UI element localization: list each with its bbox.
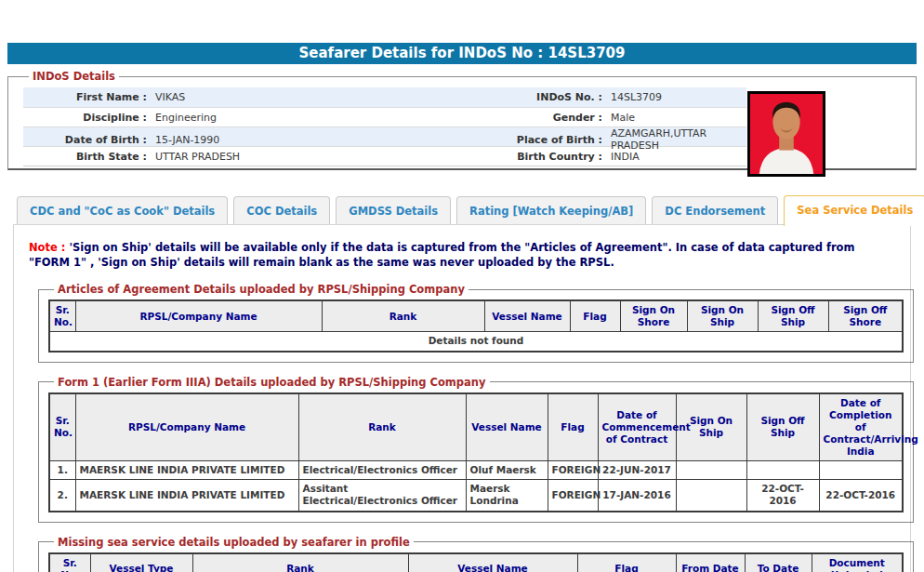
first-name-value: VIKAS: [153, 91, 432, 103]
missing-sea-service-legend: Missing sea service details uploaded by …: [54, 536, 414, 549]
column-header: Rank: [192, 553, 408, 572]
column-header: Sign On Shore: [620, 300, 687, 332]
cell-commencement-date: 17-JAN-2016: [598, 480, 676, 512]
indos-no-label: INDoS No. :: [432, 91, 609, 103]
page-title: Seafarer Details for INDoS No : 14SL3709: [7, 43, 917, 64]
column-header: Sign Off Ship: [758, 300, 828, 332]
table-header-row: Sr. No. RPSL/Company Name Rank Vessel Na…: [49, 300, 903, 332]
column-header: RPSL/Company Name: [75, 393, 298, 461]
birth-country-label: Birth Country :: [432, 151, 609, 163]
column-header: Rank: [322, 300, 484, 332]
indos-row: First Name : VIKAS INDoS No. : 14SL3709: [23, 87, 746, 107]
seafarer-photo-image: [750, 94, 823, 174]
form1-details-legend: Form 1 (Earlier Form IIIA) Details uploa…: [54, 376, 490, 389]
place-of-birth-label: Place of Birth :: [432, 134, 609, 146]
cell-sr-no: 1.: [49, 461, 75, 480]
missing-sea-service-section: Missing sea service details uploaded by …: [38, 536, 914, 572]
column-header: Vessel Name: [466, 393, 548, 461]
cell-sr-no: 2.: [49, 480, 75, 512]
tab-gmdss-details[interactable]: GMDSS Details: [336, 196, 451, 224]
cell-sign-off-ship: [746, 461, 819, 480]
column-header: Flag: [577, 553, 676, 572]
cell-sign-on-ship: [676, 480, 746, 512]
form1-details-section: Form 1 (Earlier Form IIIA) Details uploa…: [38, 376, 914, 523]
tab-sea-service-details[interactable]: Sea Service Details: [784, 195, 924, 226]
note-prefix: Note :: [29, 241, 65, 254]
birth-state-value: UTTAR PRADESH: [153, 151, 432, 163]
tab-dc-endorsement[interactable]: DC Endorsement: [652, 196, 778, 224]
indos-row: Date of Birth : 15-JAN-1990 Place of Bir…: [23, 126, 746, 146]
column-header: Sign On Ship: [687, 300, 758, 332]
column-header: Sr. No.: [49, 393, 75, 461]
column-header: Sr. No.: [49, 553, 90, 572]
seafarer-photo: [747, 91, 825, 177]
indos-no-value: 14SL3709: [609, 91, 746, 103]
cell-company: MAERSK LINE INDIA PRIVATE LIMITED: [75, 480, 298, 512]
gender-label: Gender :: [432, 112, 609, 124]
column-header: Sign Off Shore: [828, 300, 903, 332]
column-header: Sr. No.: [49, 300, 75, 332]
details-not-found-message: Details not found: [49, 332, 903, 352]
note-body: 'Sign on Ship' details will be available…: [29, 241, 854, 269]
tab-rating-watch-keeping[interactable]: Rating [Watch Keeping/AB]: [456, 196, 646, 224]
column-header: From Date: [676, 553, 745, 572]
column-header: Vessel Type: [90, 553, 192, 572]
cell-rank: Electrical/Electronics Officer: [298, 461, 466, 480]
articles-of-agreement-section: Articles of Agreement Details uploaded b…: [38, 283, 914, 362]
tab-bar: CDC and "CoC as Cook" Details COC Detail…: [13, 195, 911, 224]
birth-country-value: INDIA: [609, 151, 746, 163]
column-header: To Date: [745, 553, 812, 572]
table-row: 1. MAERSK LINE INDIA PRIVATE LIMITED Ele…: [49, 461, 903, 480]
birth-state-label: Birth State :: [23, 151, 153, 163]
column-header: Flag: [570, 300, 620, 332]
cell-sign-on-ship: [676, 461, 746, 480]
date-of-birth-label: Date of Birth :: [23, 134, 153, 146]
first-name-label: First Name :: [23, 91, 153, 103]
cell-company: MAERSK LINE INDIA PRIVATE LIMITED: [75, 461, 298, 480]
column-header: RPSL/Company Name: [75, 300, 322, 332]
discipline-value: Engineering: [153, 112, 432, 124]
column-header: Vessel Name: [484, 300, 570, 332]
cell-completion-date: 22-OCT-2016: [819, 480, 903, 512]
column-header: Flag: [548, 393, 598, 461]
gender-value: Male: [609, 112, 746, 124]
discipline-label: Discipline :: [23, 112, 153, 124]
column-header: Sign Off Ship: [746, 393, 819, 461]
cell-commencement-date: 22-JUN-2017: [598, 461, 676, 480]
indos-details-grid: First Name : VIKAS INDoS No. : 14SL3709 …: [23, 87, 746, 166]
column-header: Rank: [298, 393, 466, 461]
place-of-birth-value: AZAMGARH,UTTAR PRADESH: [609, 127, 746, 152]
sea-service-details-panel: Note : 'Sign on Ship' details will be av…: [13, 224, 911, 572]
column-header: Date of Commencement of Contract: [598, 393, 676, 461]
cell-flag: FOREIGN: [548, 480, 598, 512]
cell-completion-date: [819, 461, 903, 480]
table-row: 2. MAERSK LINE INDIA PRIVATE LIMITED Ass…: [49, 480, 903, 512]
cell-sign-off-ship: 22-OCT-2016: [746, 480, 819, 512]
articles-of-agreement-table: Sr. No. RPSL/Company Name Rank Vessel Na…: [48, 299, 904, 352]
cell-vessel-name: Oluf Maersk: [466, 461, 548, 480]
tab-cdc-coc-cook-details[interactable]: CDC and "CoC as Cook" Details: [17, 196, 228, 224]
note-text: Note : 'Sign on Ship' details will be av…: [29, 240, 897, 270]
indos-details-legend: INDoS Details: [29, 70, 119, 83]
cell-vessel-name: Maersk Londrina: [466, 480, 548, 512]
table-header-row: Sr. No. RPSL/Company Name Rank Vessel Na…: [49, 393, 903, 461]
cell-rank: Assitant Electrical/Electronics Officer: [298, 480, 466, 512]
column-header: Date of Completion of Contract/Arriving …: [819, 393, 903, 461]
date-of-birth-value: 15-JAN-1990: [153, 134, 432, 146]
indos-row: Discipline : Engineering Gender : Male: [23, 107, 746, 126]
indos-details-section: INDoS Details First Name : VIKAS INDoS N…: [7, 70, 917, 170]
column-header: Document Uploaded: [812, 553, 903, 572]
cell-flag: FOREIGN: [548, 461, 598, 480]
form1-details-table: Sr. No. RPSL/Company Name Rank Vessel Na…: [48, 392, 904, 512]
articles-of-agreement-legend: Articles of Agreement Details uploaded b…: [54, 283, 469, 296]
tab-coc-details[interactable]: COC Details: [233, 196, 330, 224]
missing-sea-service-table: Sr. No. Vessel Type Rank Vessel Name Fla…: [48, 552, 904, 572]
table-header-row: Sr. No. Vessel Type Rank Vessel Name Fla…: [49, 553, 903, 572]
column-header: Vessel Name: [408, 553, 577, 572]
empty-row: Details not found: [49, 332, 903, 352]
